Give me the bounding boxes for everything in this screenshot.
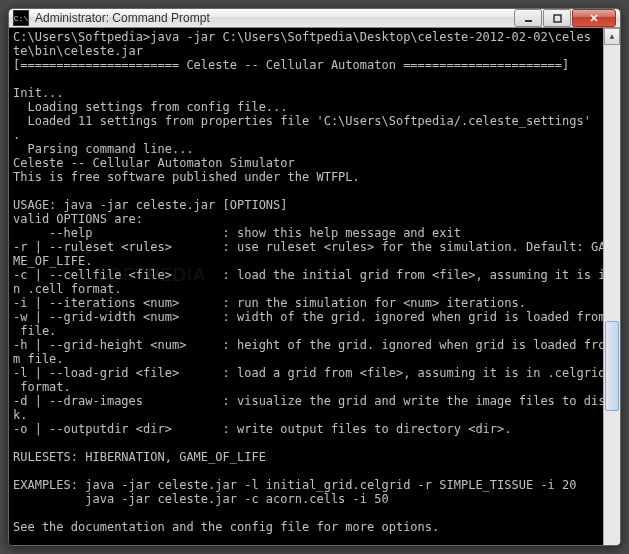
line: This is free software published under th…	[13, 170, 360, 184]
vertical-scrollbar[interactable]: ▲ ▼	[603, 28, 620, 546]
terminal-output[interactable]: C:\Users\Softpedia>java -jar C:\Users\So…	[9, 28, 603, 546]
line: Parsing command line...	[13, 142, 194, 156]
line: EXAMPLES: java -jar celeste.jar -l initi…	[13, 478, 577, 492]
line: Init...	[13, 86, 64, 100]
line: -d | --draw-images : visualize the grid …	[13, 394, 603, 408]
line: -h | --grid-height <num> : height of the…	[13, 338, 603, 352]
close-button[interactable]	[572, 9, 616, 27]
line: n .cell format.	[13, 282, 121, 296]
line: -i | --iterations <num> : run the simula…	[13, 296, 526, 310]
window-title: Administrator: Command Prompt	[35, 11, 514, 25]
line: -l | --load-grid <file> : load a grid fr…	[13, 366, 603, 380]
line: Celeste -- Cellular Automaton Simulator	[13, 156, 295, 170]
minimize-button[interactable]	[514, 9, 542, 27]
line: --help : show this help message and exit	[13, 226, 461, 240]
line: -w | --grid-width <num> : width of the g…	[13, 310, 603, 324]
line: -c | --cellfile <file> : load the initia…	[13, 268, 603, 282]
titlebar[interactable]: C:\ Administrator: Command Prompt	[9, 9, 620, 28]
line: k.	[13, 408, 27, 422]
line: Loading settings from config file...	[13, 100, 288, 114]
maximize-button[interactable]	[543, 9, 571, 27]
line: RULESETS: HIBERNATION, GAME_OF_LIFE	[13, 450, 266, 464]
app-icon: C:\	[13, 10, 29, 26]
command-prompt-window: C:\ Administrator: Command Prompt C:\Use…	[8, 8, 621, 546]
scroll-thumb[interactable]	[605, 321, 619, 411]
line: C:\Users\Softpedia>java -jar C:\Users\So…	[13, 30, 591, 44]
svg-rect-1	[554, 15, 561, 22]
line: format.	[13, 380, 71, 394]
line: [====================== Celeste -- Cellu…	[13, 58, 569, 72]
line: te\bin\celeste.jar	[13, 44, 143, 58]
line: -o | --outputdir <dir> : write output fi…	[13, 422, 512, 436]
line: file.	[13, 324, 56, 338]
window-controls	[514, 9, 616, 27]
line: java -jar celeste.jar -c acorn.cells -i …	[13, 492, 389, 506]
line: See the documentation and the config fil…	[13, 520, 439, 534]
line: -r | --ruleset <rules> : use ruleset <ru…	[13, 240, 603, 254]
line: USAGE: java -jar celeste.jar [OPTIONS]	[13, 198, 288, 212]
line: valid OPTIONS are:	[13, 212, 143, 226]
line: ME_OF_LIFE.	[13, 254, 92, 268]
console-area: C:\Users\Softpedia>java -jar C:\Users\So…	[9, 28, 620, 546]
scroll-up-button[interactable]: ▲	[604, 28, 620, 45]
line: m file.	[13, 352, 64, 366]
line: Loaded 11 settings from properties file …	[13, 114, 591, 128]
line: .	[13, 128, 20, 142]
scroll-track[interactable]	[604, 45, 620, 546]
